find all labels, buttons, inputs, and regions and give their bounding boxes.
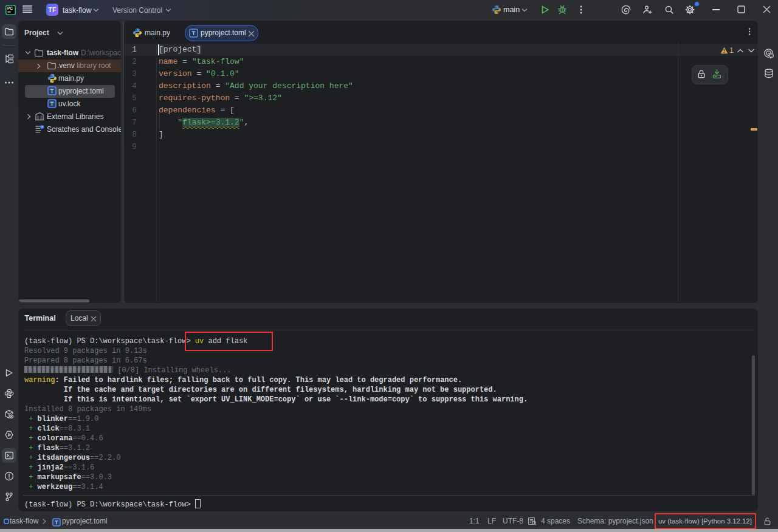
svg-text:PC: PC xyxy=(7,6,13,10)
